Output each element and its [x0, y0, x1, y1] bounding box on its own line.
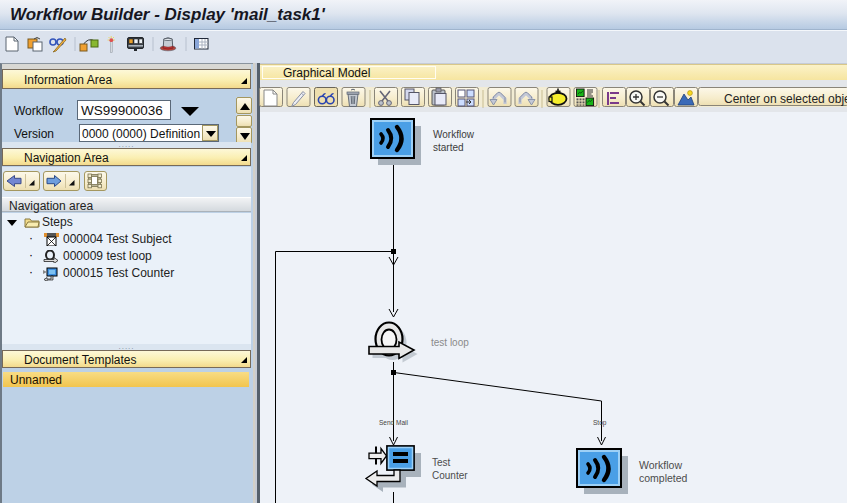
svg-text:Counter: Counter: [432, 470, 468, 481]
svg-text:Stop: Stop: [593, 419, 607, 427]
svg-text:test loop: test loop: [431, 337, 469, 348]
svg-text:Test: Test: [432, 457, 451, 468]
svg-text:Send Mail: Send Mail: [379, 419, 408, 426]
svg-text:completed: completed: [639, 472, 688, 484]
svg-text:started: started: [433, 142, 464, 153]
svg-text:Workflow: Workflow: [639, 459, 682, 471]
svg-text:Workflow: Workflow: [433, 129, 475, 140]
svg-text:Center on selected obje: Center on selected obje: [724, 92, 847, 106]
